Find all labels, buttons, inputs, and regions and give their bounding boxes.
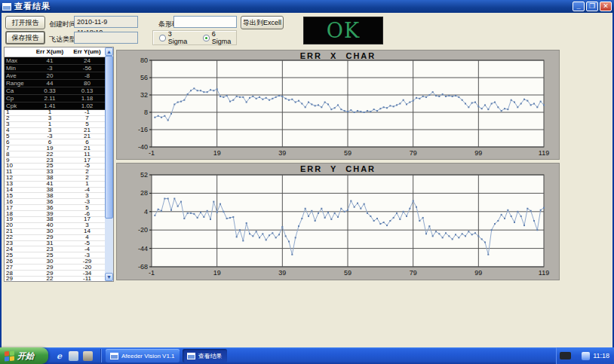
table-cell: -4 (69, 188, 105, 193)
table-stat-row[interactable]: Cpk1.411.02 (5, 102, 105, 110)
table-cell: 26 (5, 258, 30, 264)
table-row[interactable]: 1438-4 (5, 188, 105, 194)
table-row[interactable]: 237 (5, 116, 105, 122)
err-y-chart: 52284-20-44-68-11939597999119 (117, 164, 560, 281)
table-cell: -4 (69, 246, 105, 252)
table-stat-row[interactable]: Max4124 (5, 57, 105, 65)
barcode-field[interactable] (173, 16, 237, 28)
window-icon (2, 3, 11, 11)
created-time-field[interactable]: 2010-11-9 11:18:10 (74, 16, 138, 28)
minimize-button[interactable]: _ (573, 2, 585, 11)
table-row[interactable]: 4321 (5, 128, 105, 134)
table-row[interactable]: 2729-20 (5, 265, 105, 271)
table-scrollbar[interactable]: ▲ ▼ (105, 47, 113, 281)
scroll-down-icon[interactable]: ▼ (105, 273, 113, 281)
radio-3-sigma-circle[interactable] (159, 35, 166, 41)
task-button-label: 查看结果 (198, 352, 223, 360)
table-cell: -11 (69, 277, 105, 282)
table-row[interactable]: 11332 (5, 170, 105, 176)
table-cell: 20 (30, 72, 69, 79)
table-cell: 8 (5, 151, 30, 157)
open-report-button[interactable]: 打开报告 (5, 16, 45, 29)
close-button[interactable]: ✕ (600, 2, 612, 11)
tray-status-icon[interactable] (582, 352, 590, 360)
table-cell: 3 (69, 193, 105, 198)
window-title: 查看结果 (14, 1, 571, 12)
table-cell: 36 (30, 205, 69, 210)
table-row[interactable]: 193817 (5, 217, 105, 223)
table-cell: 23 (30, 158, 69, 163)
scroll-up-icon[interactable]: ▲ (105, 47, 113, 56)
messenger-icon[interactable] (69, 351, 78, 361)
table-cell: 15 (5, 193, 30, 198)
feeder-type-field[interactable] (74, 32, 138, 44)
window-icon (187, 353, 195, 359)
table-cell: -29 (69, 258, 105, 264)
table-row[interactable]: 5-321 (5, 134, 105, 140)
table-row[interactable]: 1636-3 (5, 199, 105, 205)
table-row[interactable]: 17365 (5, 205, 105, 211)
table-cell: 39 (30, 211, 69, 216)
table-cell: 17 (5, 205, 30, 210)
start-button[interactable]: 开始 (0, 347, 48, 364)
internet-explorer-icon[interactable]: e (54, 351, 64, 361)
table-cell: 80 (69, 80, 105, 87)
taskbar-task-button[interactable]: Afeeder Vision V1.1 (106, 349, 180, 362)
table-row[interactable]: 1839-6 (5, 211, 105, 217)
table-cell: Cp (5, 95, 30, 102)
svg-text:59: 59 (344, 149, 352, 157)
table-row[interactable]: 13411 (5, 182, 105, 188)
radio-6-sigma-label: 6 Sigma (212, 30, 236, 45)
taskbar-clock: 11:18 (593, 352, 609, 359)
table-stat-row[interactable]: Cp2.111.18 (5, 95, 105, 102)
table-cell: 31 (30, 241, 69, 246)
table-row[interactable]: 12382 (5, 176, 105, 182)
table-stat-row[interactable]: Min-3-56 (5, 65, 105, 72)
table-row[interactable]: 1025-5 (5, 164, 105, 170)
tray-app-icon[interactable] (560, 352, 571, 359)
svg-text:56: 56 (140, 74, 148, 81)
table-cell: 30 (30, 258, 69, 264)
table-row[interactable]: 2829-34 (5, 271, 105, 277)
status-text: OK (327, 19, 360, 42)
table-stat-row[interactable]: Ave20-8 (5, 72, 105, 80)
table-cell (5, 47, 30, 57)
table-cell: 13 (5, 182, 30, 187)
table-stat-row[interactable]: Ca0.330.13 (5, 87, 105, 95)
table-row[interactable]: 2423-4 (5, 246, 105, 252)
table-cell: -20 (69, 265, 105, 270)
table-row[interactable]: 82211 (5, 151, 105, 158)
table-cell: -3 (30, 65, 69, 72)
save-report-button[interactable]: 保存报告 (5, 31, 45, 44)
radio-6-sigma-circle[interactable] (203, 35, 210, 41)
table-row[interactable]: 213014 (5, 229, 105, 235)
table-row[interactable]: 11-1 (5, 110, 105, 116)
show-desktop-icon[interactable] (83, 351, 93, 361)
table-cell: 6 (69, 139, 105, 145)
table-stat-row[interactable]: Range4480 (5, 80, 105, 87)
table-header-row[interactable]: Err X(um)Err Y(um) (5, 47, 105, 57)
err-x-chart: 8056328-16-40-11939597999119 (117, 50, 560, 161)
taskbar-task-button[interactable]: 查看结果 (183, 349, 227, 362)
scrollbar-thumb[interactable] (105, 56, 113, 219)
table-row[interactable]: 92317 (5, 158, 105, 164)
table-row[interactable]: 2630-29 (5, 258, 105, 265)
table-row[interactable]: 20403 (5, 223, 105, 229)
radio-3-sigma[interactable]: 3 Sigma (159, 30, 192, 45)
export-excel-button[interactable]: 导出到Excell (241, 16, 284, 29)
table-row[interactable]: 15383 (5, 193, 105, 199)
table-row[interactable]: 2525-3 (5, 252, 105, 258)
table-cell: 29 (30, 265, 69, 270)
table-cell: 1.18 (69, 95, 105, 102)
table-row[interactable]: 315 (5, 122, 105, 128)
radio-6-sigma[interactable]: 6 Sigma (203, 30, 236, 45)
table-row[interactable]: 22294 (5, 235, 105, 241)
table-row[interactable]: 2922-11 (5, 277, 105, 282)
table-row[interactable]: 666 (5, 139, 105, 145)
table-row[interactable]: 2331-5 (5, 241, 105, 247)
table-cell: 25 (5, 252, 30, 258)
table-cell: 6 (30, 139, 69, 145)
restore-button[interactable]: ❐ (586, 2, 598, 11)
table-cell: 1.02 (69, 102, 105, 109)
table-row[interactable]: 71921 (5, 145, 105, 151)
